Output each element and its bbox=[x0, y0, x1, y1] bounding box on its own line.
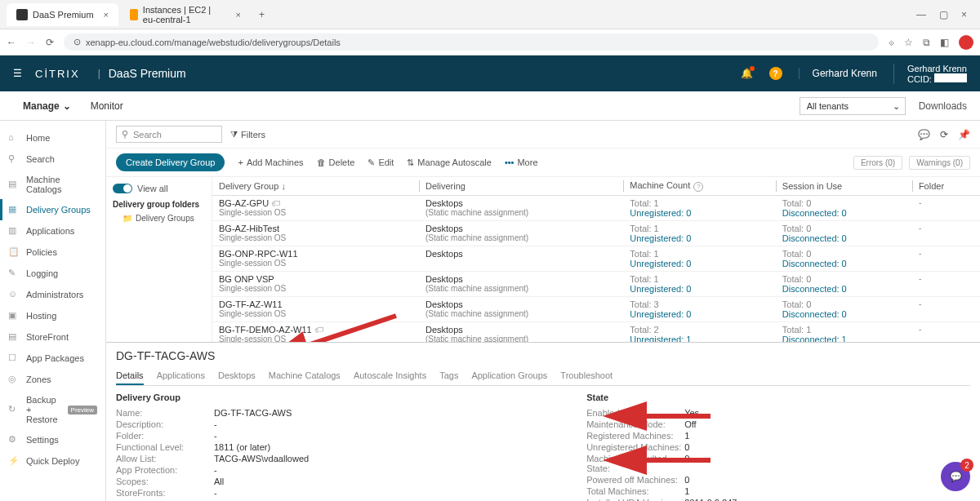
site-info-icon[interactable]: ⊙ bbox=[74, 37, 81, 47]
detail-label: Total Machines: bbox=[586, 486, 684, 496]
detail-row: Name:DG-TF-TACG-AWS bbox=[116, 407, 309, 419]
browser-url-bar: ← → ⟳ ⊙ xenapp-eu.cloud.com/manage/webst… bbox=[0, 29, 980, 55]
maximize-icon[interactable]: ▢ bbox=[939, 9, 948, 20]
delete-button[interactable]: 🗑Delete bbox=[317, 157, 355, 167]
col-folder[interactable]: Folder bbox=[912, 177, 980, 196]
table-row[interactable]: BG ONP VSPSingle-session OS Desktops(Sta… bbox=[212, 272, 980, 297]
table-row[interactable]: BG-TF-DEMO-AZ-W11 🏷Single-session OS Des… bbox=[212, 322, 980, 343]
tenant-selector[interactable]: All tenants bbox=[800, 97, 906, 115]
col-sessions[interactable]: Session in Use bbox=[776, 177, 912, 196]
tab-troubleshoot[interactable]: Troubleshoot bbox=[560, 367, 612, 385]
extensions-icon[interactable]: ⧉ bbox=[923, 37, 930, 48]
detail-row: Registered Machines:1 bbox=[586, 430, 743, 441]
errors-badge[interactable]: Errors (0) bbox=[853, 156, 902, 170]
detail-value: Yes bbox=[684, 408, 699, 418]
help-icon[interactable]: ? bbox=[769, 67, 782, 80]
content-area: ⚲Search ⧩Filters 💬 ⟳ 📌 Create Delivery G… bbox=[106, 121, 980, 501]
profile-avatar[interactable] bbox=[959, 35, 973, 50]
detail-label: Scopes: bbox=[116, 477, 214, 486]
nav-storefront[interactable]: ▤StoreFront bbox=[0, 326, 105, 348]
back-icon[interactable]: ← bbox=[7, 37, 16, 48]
detail-label: Powered off Machines: bbox=[586, 475, 684, 485]
col-delivering[interactable]: Delivering bbox=[419, 177, 623, 196]
tab-autoscale-insights[interactable]: Autoscale Insights bbox=[354, 367, 426, 385]
groups-icon: ▦ bbox=[8, 204, 20, 215]
nav-hosting[interactable]: ▣Hosting bbox=[0, 305, 105, 326]
pin-icon[interactable]: 📌 bbox=[958, 129, 970, 140]
nav-delivery-groups[interactable]: ▦Delivery Groups bbox=[0, 199, 105, 220]
address-bar[interactable]: ⊙ xenapp-eu.cloud.com/manage/webstudio/d… bbox=[64, 33, 879, 51]
menu-icon[interactable]: ☰ bbox=[13, 68, 22, 79]
tab-application-groups[interactable]: Application Groups bbox=[471, 367, 547, 385]
add-machines-button[interactable]: +Add Machines bbox=[238, 157, 303, 167]
translate-icon[interactable]: ⟐ bbox=[889, 37, 894, 48]
nav-home[interactable]: ⌂Home bbox=[0, 127, 105, 149]
tab-desktops[interactable]: Desktops bbox=[218, 367, 256, 385]
more-button[interactable]: •••More bbox=[505, 157, 538, 167]
sidebar-icon[interactable]: ◧ bbox=[940, 37, 949, 48]
table-row[interactable]: BG-ONP-RPC-W11Single-session OS Desktops… bbox=[212, 246, 980, 272]
minimize-icon[interactable]: — bbox=[916, 9, 926, 20]
notifications-icon[interactable]: 🔔 bbox=[741, 68, 753, 79]
nav-app-packages[interactable]: ☐App Packages bbox=[0, 348, 105, 369]
nav-applications[interactable]: ▥Applications bbox=[0, 220, 105, 242]
table-row[interactable]: BG-AZ-GPU 🏷Single-session OS Desktops(St… bbox=[212, 196, 980, 221]
toggle-switch[interactable] bbox=[113, 184, 132, 193]
close-icon[interactable]: × bbox=[961, 9, 967, 20]
manage-autoscale-button[interactable]: ⇅Manage Autoscale bbox=[407, 157, 492, 168]
search-input[interactable]: ⚲Search bbox=[116, 126, 222, 143]
folder-item[interactable]: 📁Delivery Groups bbox=[113, 212, 205, 224]
nav-backup-restore[interactable]: ↻Backup + RestorePreview bbox=[0, 390, 105, 429]
nav-zones[interactable]: ◎Zones bbox=[0, 369, 105, 390]
nav-machine-catalogs[interactable]: ▤Machine Catalogs bbox=[0, 170, 105, 199]
tab-manage[interactable]: Manage ⌄ bbox=[13, 91, 81, 120]
table-row[interactable]: DG-TF-AZ-W11Single-session OS Desktops(S… bbox=[212, 297, 980, 322]
tab-machine-catalogs[interactable]: Machine Catalogs bbox=[269, 367, 341, 385]
view-all-toggle[interactable]: View all bbox=[113, 184, 205, 193]
detail-value: 2311.0.0.247 bbox=[684, 498, 737, 501]
nav-policies[interactable]: 📋Policies bbox=[0, 242, 105, 263]
nav-logging[interactable]: ✎Logging bbox=[0, 263, 105, 284]
secondary-nav: Manage ⌄ Monitor All tenants Downloads bbox=[0, 91, 980, 121]
chat-widget[interactable]: 💬 2 bbox=[941, 462, 970, 491]
tab-title: Instances | EC2 | eu-central-1 bbox=[143, 5, 226, 24]
edit-button[interactable]: ✎Edit bbox=[368, 157, 394, 168]
nav-administrators[interactable]: ☺Administrators bbox=[0, 284, 105, 305]
nav-settings[interactable]: ⚙Settings bbox=[0, 429, 105, 450]
tab-details[interactable]: Details bbox=[116, 367, 144, 385]
close-icon[interactable]: × bbox=[104, 10, 109, 20]
detail-label: StoreFronts: bbox=[116, 488, 214, 498]
forward-icon[interactable]: → bbox=[26, 37, 36, 48]
action-toolbar: Create Delivery Group +Add Machines 🗑Del… bbox=[106, 149, 980, 177]
bookmark-icon[interactable]: ☆ bbox=[904, 37, 913, 48]
user-profile[interactable]: Gerhard Krenn CCID: bbox=[893, 64, 967, 84]
tab-tags[interactable]: Tags bbox=[439, 367, 458, 385]
filters-button[interactable]: ⧩Filters bbox=[230, 129, 265, 140]
browser-actions: ⟐ ☆ ⧉ ◧ bbox=[889, 35, 973, 50]
new-tab-button[interactable]: + bbox=[259, 9, 265, 20]
col-delivery-group[interactable]: Delivery Group ↓ bbox=[212, 177, 419, 196]
tab-applications[interactable]: Applications bbox=[157, 367, 205, 385]
refresh-icon[interactable]: ⟳ bbox=[940, 129, 948, 140]
user-name[interactable]: Gerhard Krenn bbox=[799, 68, 877, 79]
nav-quick-deploy[interactable]: ⚡Quick Deploy bbox=[0, 450, 105, 472]
downloads-link[interactable]: Downloads bbox=[919, 100, 967, 112]
nav-search[interactable]: ⚲Search bbox=[0, 149, 105, 170]
delivery-groups-table: Delivery Group ↓ Delivering Machine Coun… bbox=[212, 177, 980, 342]
browser-tab-inactive[interactable]: Instances | EC2 | eu-central-1 × bbox=[120, 3, 251, 26]
create-delivery-group-button[interactable]: Create Delivery Group bbox=[116, 153, 225, 171]
browser-tab-active[interactable]: DaaS Premium × bbox=[7, 3, 118, 26]
chat-icon[interactable]: 💬 bbox=[918, 129, 930, 140]
tab-monitor[interactable]: Monitor bbox=[81, 91, 133, 120]
reload-icon[interactable]: ⟳ bbox=[46, 37, 54, 48]
info-icon[interactable]: ? bbox=[693, 182, 703, 192]
warnings-badge[interactable]: Warnings (0) bbox=[909, 156, 970, 170]
catalog-icon: ▤ bbox=[8, 179, 20, 190]
detail-label: App Protection: bbox=[116, 465, 214, 475]
col-machine-count[interactable]: Machine Count? bbox=[623, 177, 776, 196]
close-icon[interactable]: × bbox=[236, 10, 241, 20]
scale-icon: ⇅ bbox=[407, 157, 414, 168]
product-name: DaaS Premium bbox=[109, 67, 186, 80]
detail-value: - bbox=[214, 465, 217, 475]
table-row[interactable]: BG-AZ-HibTestSingle-session OS Desktops(… bbox=[212, 221, 980, 246]
